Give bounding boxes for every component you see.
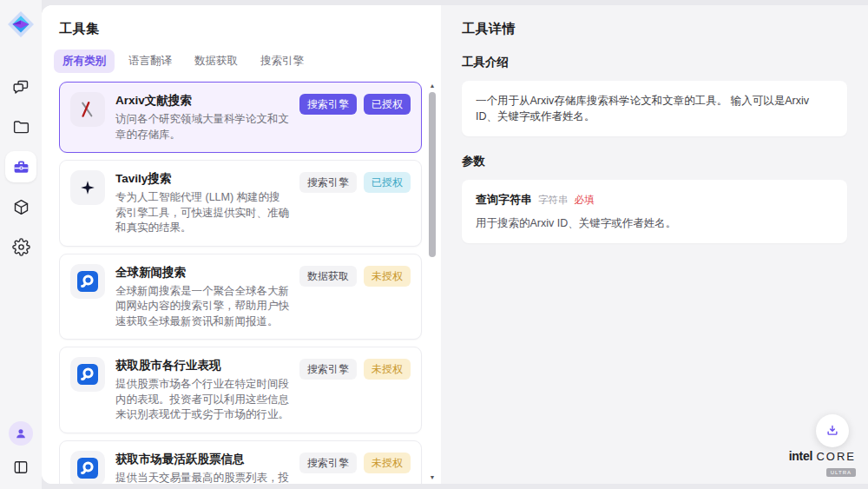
tab-data-acquisition[interactable]: 数据获取 xyxy=(186,50,247,73)
main-window: 工具集 所有类别 语言翻译 数据获取 搜索引擎 xyxy=(42,5,868,484)
ultra-badge: ultra xyxy=(826,468,856,477)
tool-card-tavily[interactable]: Tavily搜索 专为人工智能代理 (LLM) 构建的搜索引擎工具，可快速提供实… xyxy=(59,160,422,247)
tool-title: Arxiv文献搜索 xyxy=(115,93,289,109)
toolbox-icon[interactable] xyxy=(5,151,36,182)
param-description: 用于搜索的Arxiv ID、关键字或作者姓名。 xyxy=(476,215,833,231)
category-tag: 搜索引擎 xyxy=(299,172,357,193)
category-tag: 搜索引擎 xyxy=(299,359,357,380)
tool-description: 专为人工智能代理 (LLM) 构建的搜索引擎工具，可快速提供实时、准确和真实的结… xyxy=(115,190,289,236)
panel-toggle-icon[interactable] xyxy=(8,454,34,480)
tool-title: 获取股市各行业表现 xyxy=(115,358,289,373)
cube-icon[interactable] xyxy=(5,191,36,222)
user-avatar[interactable] xyxy=(9,421,33,446)
app-root: 工具集 所有类别 语言翻译 数据获取 搜索引擎 xyxy=(0,0,868,489)
tool-description: 访问各个研究领域大量科学论文和文章的存储库。 xyxy=(115,112,289,142)
intro-card: 一个用于从Arxiv存储库搜索科学论文和文章的工具。 输入可以是Arxiv ID… xyxy=(462,81,847,136)
param-type: 字符串 xyxy=(538,194,569,207)
intro-heading: 工具介绍 xyxy=(462,55,847,70)
tool-detail-panel: 工具详情 工具介绍 一个用于从Arxiv存储库搜索科学论文和文章的工具。 输入可… xyxy=(441,5,868,484)
auth-badge: 未授权 xyxy=(364,453,411,473)
download-icon xyxy=(825,423,840,439)
scrollbar-thumb[interactable] xyxy=(429,92,436,257)
scrollbar[interactable]: ▲ ▼ xyxy=(427,82,437,482)
category-tabs: 所有类别 语言翻译 数据获取 搜索引擎 xyxy=(54,50,441,73)
auth-badge: 未授权 xyxy=(364,266,411,287)
tool-card-active-stocks[interactable]: 获取市场最活跃股票信息 提供当天交易量最高的股票列表，投资者可以利用这些信息来识… xyxy=(59,440,422,485)
arxiv-logo-icon xyxy=(70,92,105,127)
news-search-blue-icon xyxy=(70,451,105,485)
tool-description: 提供股票市场各个行业在特定时间段内的表现。投资者可以利用这些信息来识别表现优于或… xyxy=(115,377,289,423)
sidebar-bottom xyxy=(8,421,34,489)
tool-list: Arxiv文献搜索 访问各个研究领域大量科学论文和文章的存储库。 搜索引擎 已授… xyxy=(59,82,422,484)
tool-description: 全球新闻搜索是一个聚合全球各大新闻网站内容的搜索引擎，帮助用户快速获取全球最新资… xyxy=(115,284,289,330)
tab-language-translation[interactable]: 语言翻译 xyxy=(120,50,181,73)
scrollbar-down-arrow[interactable]: ▼ xyxy=(427,473,437,482)
tool-description: 提供当天交易量最高的股票列表，投资者可以利用这些信息来识别流动性强的股票和潜在的… xyxy=(115,471,289,485)
category-tag: 数据获取 xyxy=(299,266,357,287)
intro-text: 一个用于从Arxiv存储库搜索科学论文和文章的工具。 输入可以是Arxiv ID… xyxy=(476,93,833,124)
param-required-badge: 必填 xyxy=(575,194,595,207)
detail-title: 工具详情 xyxy=(462,21,847,37)
tool-title: Tavily搜索 xyxy=(115,171,289,187)
news-search-blue-icon xyxy=(70,357,105,392)
tab-search-engine[interactable]: 搜索引擎 xyxy=(252,50,312,73)
icon-sidebar xyxy=(0,0,42,489)
tavily-star-icon xyxy=(70,170,105,205)
auth-badge: 已授权 xyxy=(364,94,411,115)
news-search-blue-icon xyxy=(70,264,105,299)
tool-card-arxiv[interactable]: Arxiv文献搜索 访问各个研究领域大量科学论文和文章的存储库。 搜索引擎 已授… xyxy=(59,82,422,153)
page-title: 工具集 xyxy=(59,21,441,37)
scrollbar-up-arrow[interactable]: ▲ xyxy=(427,82,437,90)
auth-badge: 未授权 xyxy=(364,359,411,380)
auth-badge: 已授权 xyxy=(364,172,411,193)
folder-icon[interactable] xyxy=(5,111,36,142)
app-logo-icon xyxy=(7,10,35,38)
param-card: 查询字符串 字符串 必填 用于搜索的Arxiv ID、关键字或作者姓名。 xyxy=(462,180,847,243)
category-tag: 搜索引擎 xyxy=(299,94,357,115)
download-button[interactable] xyxy=(816,414,849,447)
tool-title: 获取市场最活跃股票信息 xyxy=(115,452,289,467)
intel-core-logo: intel core ultra xyxy=(789,449,856,477)
tool-card-stock-sectors[interactable]: 获取股市各行业表现 提供股票市场各个行业在特定时间段内的表现。投资者可以利用这些… xyxy=(59,347,422,433)
tool-list-container: Arxiv文献搜索 访问各个研究领域大量科学论文和文章的存储库。 搜索引擎 已授… xyxy=(59,82,441,484)
tab-all-categories[interactable]: 所有类别 xyxy=(54,50,115,73)
tool-card-global-news[interactable]: 全球新闻搜索 全球新闻搜索是一个聚合全球各大新闻网站内容的搜索引擎，帮助用户快速… xyxy=(59,254,422,340)
sidebar-nav xyxy=(5,71,36,262)
params-heading: 参数 xyxy=(462,154,847,169)
chat-icon[interactable] xyxy=(5,71,36,102)
tools-panel: 工具集 所有类别 语言翻译 数据获取 搜索引擎 xyxy=(42,5,441,484)
param-name: 查询字符串 xyxy=(476,192,532,208)
tool-title: 全球新闻搜索 xyxy=(115,265,289,281)
category-tag: 搜索引擎 xyxy=(299,453,357,473)
settings-gear-icon[interactable] xyxy=(5,231,36,262)
